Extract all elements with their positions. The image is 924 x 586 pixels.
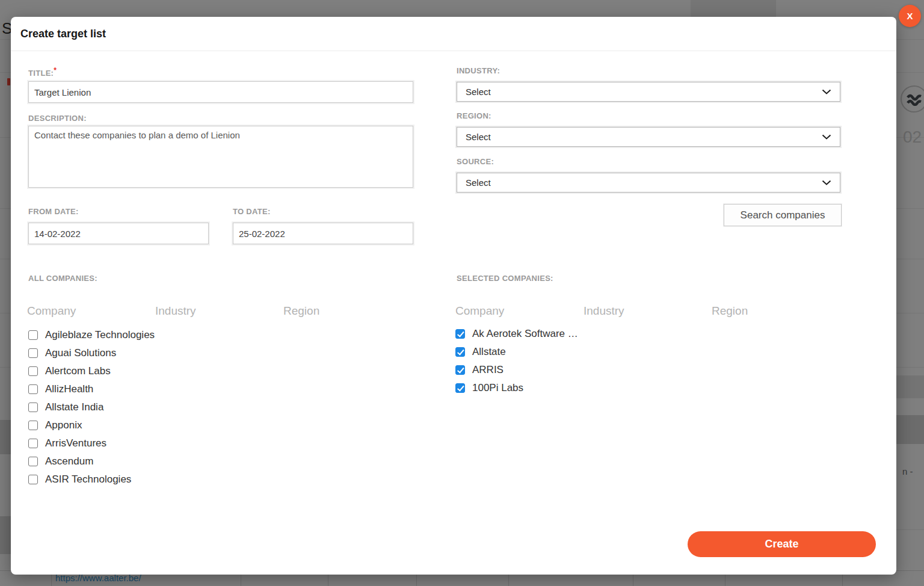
selected-company-name: Ak Aerotek Software … — [472, 328, 578, 340]
source-label: SOURCE: — [457, 157, 494, 166]
industry-select[interactable]: Select — [457, 82, 840, 102]
all-companies-label: ALL COMPANIES: — [28, 274, 97, 283]
column-header-industry: Industry — [584, 304, 712, 318]
region-select[interactable]: Select — [457, 127, 840, 147]
selected-company-name: Allstate — [472, 346, 506, 358]
company-row[interactable]: Apponix — [28, 416, 155, 434]
company-row[interactable]: Aguai Solutions — [28, 344, 155, 362]
required-asterisk: * — [54, 66, 57, 75]
company-row[interactable]: ArrisVentures — [28, 434, 155, 452]
selected-company-checkbox[interactable] — [455, 365, 465, 375]
selected-company-name: ARRIS — [472, 364, 504, 376]
title-input[interactable] — [28, 81, 413, 103]
company-name: ASIR Technologies — [45, 473, 131, 486]
create-button[interactable]: Create — [688, 531, 876, 557]
header-divider — [11, 51, 896, 51]
selected-company-checkbox[interactable] — [455, 383, 465, 393]
all-companies-column-headers: Company Industry Region — [27, 304, 411, 318]
company-checkbox[interactable] — [28, 457, 38, 466]
to-date-input[interactable] — [233, 223, 413, 244]
company-name: Allstate India — [45, 401, 103, 413]
company-name: AllizHealth — [45, 383, 93, 395]
company-row[interactable]: AllizHealth — [28, 380, 155, 398]
title-label-text: TITLE: — [28, 69, 54, 78]
region-select-value: Select — [466, 132, 491, 142]
company-checkbox[interactable] — [28, 421, 38, 430]
selected-company-checkbox[interactable] — [455, 329, 465, 339]
company-checkbox[interactable] — [28, 366, 38, 376]
company-row[interactable]: ASIR Technologies — [28, 470, 155, 489]
company-checkbox[interactable] — [28, 330, 38, 340]
selected-companies-list: Ak Aerotek Software … Allstate ARRIS 100… — [455, 325, 578, 397]
selected-companies-label: SELECTED COMPANIES: — [457, 274, 553, 283]
company-row[interactable]: Ascendum — [28, 452, 155, 470]
industry-label: INDUSTRY: — [457, 66, 500, 75]
column-header-company: Company — [27, 304, 155, 318]
chevron-down-icon — [822, 134, 831, 140]
dialog-title: Create target list — [20, 28, 106, 40]
selected-company-row[interactable]: Allstate — [455, 343, 578, 361]
description-textarea[interactable]: Contact these companies to plan a demo o… — [28, 126, 413, 188]
selected-companies-column-headers: Company Industry Region — [455, 304, 840, 318]
region-label: REGION: — [457, 111, 491, 120]
column-header-industry: Industry — [155, 304, 283, 318]
column-header-region: Region — [712, 304, 840, 318]
selected-company-name: 100Pi Labs — [472, 382, 523, 394]
company-row[interactable]: Alertcom Labs — [28, 362, 155, 380]
company-name: Alertcom Labs — [45, 365, 111, 377]
create-target-list-dialog: Create target list TITLE:* DESCRIPTION: … — [11, 17, 896, 575]
company-name: Apponix — [45, 419, 82, 431]
to-date-label: TO DATE: — [233, 207, 271, 216]
source-select-value: Select — [466, 177, 491, 188]
company-name: ArrisVentures — [45, 437, 106, 449]
company-name: Agileblaze Technologies — [45, 329, 155, 341]
company-row[interactable]: Agileblaze Technologies — [28, 326, 155, 344]
close-icon[interactable]: X — [899, 5, 921, 27]
column-header-company: Company — [455, 304, 584, 318]
selected-company-row[interactable]: 100Pi Labs — [455, 379, 578, 397]
column-header-region: Region — [283, 304, 411, 318]
description-label: DESCRIPTION: — [28, 114, 87, 123]
company-name: Ascendum — [45, 455, 93, 467]
company-checkbox[interactable] — [28, 402, 38, 412]
company-checkbox[interactable] — [28, 439, 38, 448]
company-row[interactable]: Allstate India — [28, 398, 155, 416]
all-companies-list: Agileblaze Technologies Aguai Solutions … — [28, 326, 155, 489]
selected-company-checkbox[interactable] — [455, 347, 465, 357]
company-name: Aguai Solutions — [45, 347, 116, 359]
chevron-down-icon — [822, 89, 831, 94]
industry-select-value: Select — [466, 87, 491, 97]
company-checkbox[interactable] — [28, 475, 38, 484]
from-date-label: FROM DATE: — [28, 207, 79, 216]
from-date-input[interactable] — [28, 223, 209, 244]
source-select[interactable]: Select — [457, 173, 840, 193]
title-label: TITLE:* — [28, 66, 57, 78]
company-checkbox[interactable] — [28, 384, 38, 394]
selected-company-row[interactable]: ARRIS — [455, 361, 578, 379]
chevron-down-icon — [822, 180, 831, 185]
selected-company-row[interactable]: Ak Aerotek Software … — [455, 325, 578, 343]
search-companies-button[interactable]: Search companies — [724, 204, 842, 226]
company-checkbox[interactable] — [28, 348, 38, 358]
